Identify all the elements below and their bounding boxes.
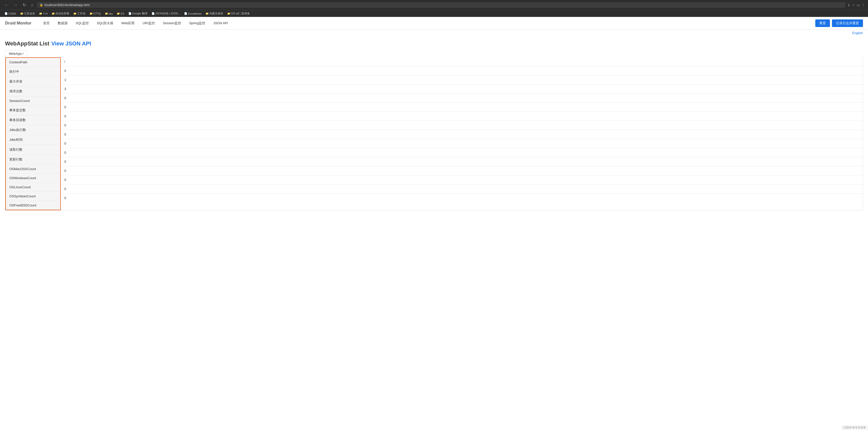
bookmark-cttq-icon: 📁 [90,12,93,15]
bookmark-json-label: JSON在线 | JSON... [155,11,180,16]
bookmarks-bar: 📄 CSDN 📁 江苏金农 📁 7+4 📁 自动化部署 📁 工作流 📁 CTTQ… [0,10,868,17]
app-header: Druid Monitor 首页 数据源 SQL监控 SQL防火墙 Web应用 … [0,17,868,30]
bookmark-sky[interactable]: 📁 sky [103,11,115,16]
nav-menu: 首页 数据源 SQL监控 SQL防火墙 Web应用 URI监控 Session监… [39,18,815,29]
tab-bar: WebApp-/ [5,50,863,57]
keys-column: ContextPath执行中最大并发请求次数SessionCount事务提交数事… [5,57,61,210]
bookmark-csdn-label: CSDN [8,12,16,15]
nav-sql-monitor[interactable]: SQL监控 [72,18,93,29]
stats-container: ContextPath执行中最大并发请求次数SessionCount事务提交数事… [5,57,863,210]
bookmark-7plus4-icon: 📁 [39,12,42,15]
value-cell-3: 3 [61,85,863,94]
value-cell-2: 1 [61,76,863,85]
tab-button[interactable]: ▭ [857,3,860,7]
tab-webapp[interactable]: WebApp-/ [5,50,27,57]
bookmark-es[interactable]: 📁 ES [115,11,126,16]
key-cell-13: OSLinuxCount [6,183,60,192]
bookmark-jiangsu-label: 江苏金农 [24,11,35,16]
key-cell-4: SessionCount [6,96,60,106]
value-cell-4: 0 [61,94,863,103]
bookmark-google-label: Google 翻译 [132,11,148,16]
browser-chrome: ← → ↻ ⌂ 🔒 localhost:8081/druid/webapp.ht… [0,0,868,10]
address-bar[interactable]: 🔒 localhost:8081/druid/webapp.html [37,2,845,8]
bookmark-od-label: OD q4二面准备 [231,11,250,16]
nav-session-monitor[interactable]: Session监控 [159,18,185,29]
bookmark-inner-mongolia[interactable]: 📁 内蒙古政协 [204,11,225,16]
bookmark-excalidraw[interactable]: 📄 Excalidraw [183,11,203,16]
bookmark-csdn[interactable]: 📄 CSDN [3,11,18,16]
home-button[interactable]: ⌂ [30,2,35,8]
page-content: WebAppStat List View JSON API WebApp-/ C… [0,36,868,214]
nav-json-api[interactable]: JSON API [209,18,232,29]
reset-button[interactable]: 重置 [815,20,830,27]
key-cell-7: Jdbc执行数 [6,125,60,135]
value-cell-7: 0 [61,121,863,130]
key-cell-14: OSSymbianCount [6,192,60,201]
bookmark-json[interactable]: 📄 JSON在线 | JSON... [150,11,182,16]
key-cell-11: OSMacOSXCount [6,165,60,174]
view-json-api-link[interactable]: View JSON API [52,40,91,47]
bookmark-jiangsu-icon: 📁 [20,12,23,15]
menu-button[interactable]: ⋮ [862,3,865,7]
key-cell-8: Jdbc时间 [6,135,60,145]
bookmark-es-label: ES [121,12,124,15]
bookmark-od[interactable]: 📁 OD q4二面准备 [226,11,252,16]
bookmark-google-icon: 📄 [128,12,131,15]
value-cell-12: 0 [61,166,863,175]
bookmark-sky-label: sky [109,12,113,15]
bookmark-automation[interactable]: 📁 自动化部署 [50,11,71,16]
bookmark-json-icon: 📄 [152,12,155,15]
bookmark-google-translate[interactable]: 📄 Google 翻译 [127,11,149,16]
nav-actions: 重置 记录日志并重置 [815,20,863,27]
bookmark-es-icon: 📁 [117,12,120,15]
key-cell-6: 事务回滚数 [6,115,60,125]
bookmark-7plus4[interactable]: 📁 7+4 [38,11,49,16]
nav-spring-monitor[interactable]: Spring监控 [185,18,209,29]
bookmark-excalidraw-icon: 📄 [184,12,187,15]
url-text: localhost:8081/druid/webapp.html [44,3,90,7]
value-cell-10: 0 [61,148,863,157]
bookmark-workflow[interactable]: 📁 工作流 [72,11,87,16]
app-logo: Druid Monitor [5,21,32,26]
key-cell-15: OSFreeBSDCount [6,201,60,210]
key-cell-9: 读取行数 [6,145,60,155]
bookmark-od-icon: 📁 [227,12,230,15]
bookmark-7plus4-label: 7+4 [43,12,48,15]
bookmark-workflow-icon: 📁 [73,12,76,15]
key-cell-10: 更新行数 [6,155,60,165]
bookmark-automation-label: 自动化部署 [56,11,69,16]
bookmark-workflow-label: 工作流 [77,11,86,16]
forward-button[interactable]: → [12,2,19,8]
key-cell-1: 执行中 [6,67,60,77]
back-button[interactable]: ← [3,2,10,8]
bookmark-inner-mongolia-label: 内蒙古政协 [209,11,223,16]
english-link[interactable]: English [0,30,868,36]
download-button[interactable]: ⇓ [847,3,850,7]
nav-home[interactable]: 首页 [39,18,54,29]
key-cell-5: 事务提交数 [6,106,60,115]
nav-sql-firewall[interactable]: SQL防火墙 [93,18,117,29]
reload-button[interactable]: ↻ [21,2,28,8]
nav-datasource[interactable]: 数据源 [54,18,72,29]
nav-web-app[interactable]: Web应用 [117,18,139,29]
value-cell-11: 0 [61,157,863,166]
page-title: WebAppStat List View JSON API [5,40,863,47]
bookmark-inner-mongolia-icon: 📁 [206,12,209,15]
star-button[interactable]: ☆ [852,3,855,7]
log-reset-button[interactable]: 记录日志并重置 [832,20,863,27]
lock-icon: 🔒 [39,3,43,6]
bookmark-cttq[interactable]: 📁 CTTQ [88,11,102,16]
key-cell-2: 最大并发 [6,77,60,87]
key-cell-0: ContextPath [6,58,60,67]
value-cell-13: 0 [61,175,863,184]
page-title-static: WebAppStat List [5,40,50,47]
key-cell-3: 请求次数 [6,87,60,96]
value-cell-15: 0 [61,194,863,202]
bookmark-automation-icon: 📁 [52,12,55,15]
bookmark-jiangsu[interactable]: 📁 江苏金农 [19,11,37,16]
value-cell-6: 0 [61,112,863,121]
value-cell-5: 0 [61,103,863,112]
nav-uri-monitor[interactable]: URI监控 [138,18,159,29]
value-cell-14: 0 [61,184,863,194]
values-column: /013000000000000 [61,57,863,210]
